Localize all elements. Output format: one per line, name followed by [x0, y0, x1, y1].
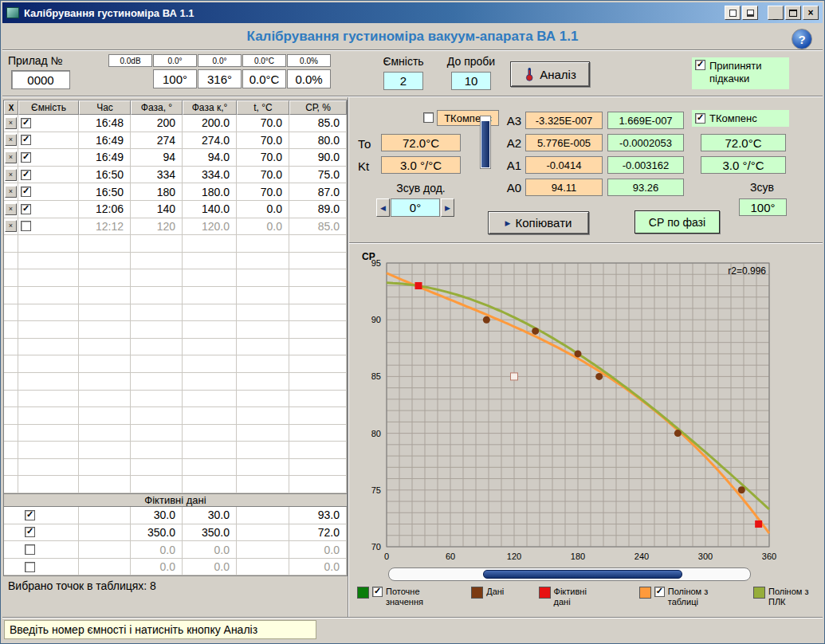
measurement-table: XЄмністьЧасФаза, °Фаза к,°t, °ССР, % ×16…: [3, 100, 348, 576]
delete-row-button[interactable]: ×: [5, 134, 17, 146]
delete-row-button[interactable]: ×: [5, 220, 17, 232]
plc-shift-field[interactable]: 100°: [739, 198, 787, 216]
fict-row-checkbox[interactable]: [25, 510, 35, 520]
level-indicator[interactable]: [480, 116, 491, 169]
table-cell: [18, 321, 79, 339]
plc-tkompens-checkbox[interactable]: [695, 113, 705, 124]
row-checkbox[interactable]: [21, 170, 31, 180]
capacity-field[interactable]: 2: [383, 72, 423, 90]
maximize-button[interactable]: [785, 6, 801, 20]
cp-by-phase-button[interactable]: СР по фазі: [634, 210, 720, 234]
phase-k-current-field[interactable]: 316°: [198, 69, 242, 88]
coef-a3-field[interactable]: -3.325E-007: [525, 112, 603, 129]
delete-row-button[interactable]: ×: [5, 117, 17, 129]
table-cell: [4, 321, 18, 339]
legend-checkbox[interactable]: [654, 587, 665, 597]
cell-phase-k: 180.0: [183, 183, 237, 201]
fict-check-cell: [4, 507, 79, 524]
close-button[interactable]: ×: [803, 6, 819, 20]
arrow-right-icon: ▶: [445, 204, 450, 212]
legend-swatch: [753, 587, 765, 599]
shift-decrease-button[interactable]: ◀: [376, 198, 390, 217]
row-checkbox[interactable]: [21, 152, 31, 163]
stop-pump-checkbox[interactable]: [695, 60, 705, 70]
plc-a3-field[interactable]: 1.669E-007: [607, 112, 684, 129]
sample-field[interactable]: 10: [451, 72, 491, 90]
scrollbar-thumb[interactable]: [483, 570, 682, 579]
title-bar[interactable]: Калібрування густиноміра ВА 1.1 _ ×: [2, 2, 823, 23]
fict-row: 350.0350.072.0: [4, 524, 347, 542]
cell-cp: 89.0: [289, 201, 347, 218]
plc-a0-field[interactable]: 93.26: [607, 179, 684, 196]
table-cell: [289, 253, 347, 270]
plc-to-field[interactable]: 72.0°C: [701, 134, 786, 151]
data-point: [595, 373, 603, 380]
plc-a1-field[interactable]: -0.003162: [607, 156, 684, 174]
coef-a0-field[interactable]: 94.11: [525, 179, 603, 196]
to-field[interactable]: 72.0°C: [381, 134, 461, 151]
legend-checkbox[interactable]: [372, 587, 383, 597]
chart-svg: 060120180240300360707580859095СРr2=0.996…: [351, 245, 823, 566]
plc-kt-field[interactable]: 3.0 °/°C: [701, 156, 786, 174]
table-cell: [4, 425, 18, 442]
row-checkbox[interactable]: [21, 204, 31, 214]
plc-a2-field[interactable]: -0.0002053: [607, 134, 684, 151]
phase-k-raw-field[interactable]: 0.0°: [198, 54, 242, 67]
copy-button-label: Копіювати: [516, 216, 572, 230]
cp-raw-field[interactable]: 0.0%: [287, 54, 331, 67]
arrow-left-icon: ◀: [380, 204, 386, 212]
phase-raw-field[interactable]: 0.0°: [153, 54, 197, 67]
delete-row-button[interactable]: ×: [5, 186, 17, 198]
cp-current-field[interactable]: 0.0%: [287, 69, 331, 88]
table-cell: [79, 507, 131, 524]
table-cell: [4, 253, 18, 270]
temp-current-field[interactable]: 0.0°C: [242, 69, 286, 88]
row-checkbox[interactable]: [21, 187, 31, 197]
row-checkbox[interactable]: [21, 221, 31, 231]
signal-db-field[interactable]: 0.0dB: [108, 54, 152, 67]
table-cell: [79, 407, 131, 425]
svg-text:180: 180: [571, 552, 585, 561]
delete-row-button[interactable]: ×: [5, 169, 17, 181]
table-cell: [131, 269, 183, 287]
cell-time: 12:06: [79, 201, 131, 218]
analyze-button[interactable]: Аналіз: [510, 61, 590, 87]
window-layout-icon: [729, 10, 737, 17]
help-button[interactable]: ?: [792, 29, 812, 49]
cell-phase: 120: [131, 218, 183, 236]
check-cell: [18, 183, 79, 201]
fict-row-checkbox[interactable]: [25, 562, 35, 572]
table-cell: [131, 407, 183, 425]
table-cell: [237, 321, 289, 339]
row-checkbox[interactable]: [21, 118, 31, 128]
cell-phase: 200: [131, 115, 183, 132]
minimize-button[interactable]: _: [768, 6, 784, 20]
fict-row-checkbox[interactable]: [25, 527, 35, 537]
coef-a1-field[interactable]: -0.0414: [525, 156, 603, 174]
fict-table-body: 30.030.093.0350.0350.072.00.00.00.00.00.…: [4, 507, 347, 575]
fict-check-cell: [4, 541, 79, 559]
minimize-icon: _: [773, 10, 779, 21]
fict-row-checkbox[interactable]: [25, 544, 35, 555]
coef-a2-field[interactable]: 5.776E-005: [525, 134, 603, 151]
phase-current-field[interactable]: 100°: [153, 69, 197, 88]
measurement-row: ×12:06140140.00.089.0: [4, 201, 347, 218]
kt-field[interactable]: 3.0 °/°C: [381, 156, 461, 174]
sample-label: До проби: [442, 55, 500, 68]
svg-text:0: 0: [384, 552, 389, 561]
shift-increase-button[interactable]: ▶: [441, 198, 454, 217]
row-checkbox[interactable]: [21, 135, 31, 145]
table-cell: [18, 235, 79, 253]
temp-raw-field[interactable]: 0.0°C: [242, 54, 286, 67]
copy-button[interactable]: ▶ Копіювати: [488, 211, 589, 234]
tkompens-checkbox[interactable]: [423, 112, 434, 123]
panel-button-2[interactable]: [742, 6, 758, 20]
table-cell: [4, 407, 18, 425]
phase-scrollbar[interactable]: [388, 567, 751, 581]
panel-button-1[interactable]: [725, 6, 741, 20]
device-number-field[interactable]: 0000: [11, 70, 70, 89]
shift-add-field[interactable]: 0°: [391, 198, 440, 217]
column-header[interactable]: X: [4, 100, 18, 115]
delete-row-button[interactable]: ×: [5, 203, 17, 215]
delete-row-button[interactable]: ×: [5, 151, 17, 163]
